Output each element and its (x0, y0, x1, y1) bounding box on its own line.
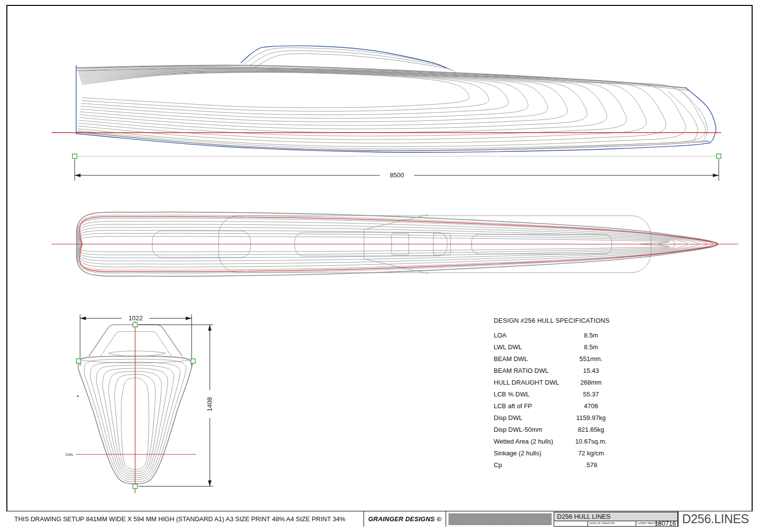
specs-title: DESIGN #256 HULL SPECIFICATIONS (494, 317, 614, 324)
spec-value: .578 (571, 461, 611, 469)
spec-label: Wetted Area (2 hulls) (494, 438, 571, 445)
spec-label: Sinkage (2 hulls) (494, 449, 571, 457)
spec-label: BEAM RATIO DWL (494, 367, 571, 374)
selection-handle[interactable] (717, 154, 721, 159)
spec-value: 8.5m (571, 332, 611, 339)
divider (446, 511, 446, 527)
dimensions-overlay: 850010221408 (0, 0, 759, 532)
spec-value: 821.65kg (571, 426, 611, 433)
dimension-beam: 1022 (129, 314, 143, 322)
title-bar: THIS DRAWING SETUP 841MM WIDE X 594 MM H… (6, 511, 753, 528)
spec-row: Disp DWL1159.97kg (494, 412, 614, 423)
dimension-arrow (713, 174, 719, 177)
spec-row: BEAM DWL551mm. (494, 353, 614, 364)
title-block: D256 HULL LINES DATE OF CREATION LATEST … (554, 512, 678, 527)
title-block-subrow: DATE OF CREATION LATEST REVISION 180716 (554, 521, 677, 527)
selection-handle[interactable] (73, 154, 77, 159)
spec-value: 1159.97kg (571, 414, 611, 421)
spec-row: Disp DWL-50mm821.65kg (494, 423, 614, 435)
dimension-loa: 8500 (390, 171, 404, 179)
spec-row: LWL DWL8.5m (494, 341, 614, 353)
spec-row: Wetted Area (2 hulls)10.67sq.m. (494, 435, 614, 447)
title-block-empty-cell (554, 521, 588, 527)
latest-revision-cell: LATEST REVISION 180716 (636, 521, 677, 527)
spec-row: LCB aft of FP4706 (494, 400, 614, 412)
spec-value: 55.37 (571, 391, 611, 398)
spec-label: Disp DWL (494, 414, 571, 421)
dimension-arrow (80, 317, 86, 320)
dimension-arrow (208, 325, 212, 331)
spec-value: 15.43 (571, 367, 611, 374)
spec-label: HULL DRAUGHT DWL (494, 379, 571, 386)
selection-handle[interactable] (191, 359, 196, 364)
dimension-arrow (75, 174, 81, 177)
spec-row: LOA8.5m (494, 329, 614, 341)
file-name: D256.LINES (678, 511, 753, 527)
spec-row: Cp.578 (494, 459, 614, 471)
specifications-table: DESIGN #256 HULL SPECIFICATIONS LOA8.5m … (494, 317, 614, 471)
spec-value: 4706 (571, 402, 611, 410)
spec-label: Disp DWL-50mm (494, 426, 571, 433)
selection-handle[interactable] (133, 484, 138, 489)
spec-value: 10.67sq.m. (571, 438, 611, 445)
spec-label: LCB aft of FP (494, 402, 571, 410)
dimension-arrow (208, 480, 212, 486)
spec-label: Cp (494, 461, 571, 469)
drawing-sheet: DWL 850010221408 DESIGN #256 HULL SPECIF… (0, 0, 759, 532)
spec-row: BEAM RATIO DWL15.43 (494, 364, 614, 376)
designer-credit: GRAINGER DESIGNS © (364, 511, 446, 527)
revision-date: 180716 (655, 520, 676, 527)
dimension-height: 1408 (206, 397, 213, 412)
spec-label: LCB % DWL (494, 391, 571, 398)
spec-value: 268mm (571, 379, 611, 386)
spec-value: 8.5m (571, 343, 611, 351)
dimension-arrow (186, 317, 192, 320)
selection-handle[interactable] (133, 323, 138, 327)
date-of-creation-label: DATE OF CREATION (588, 521, 636, 527)
spec-label: LWL DWL (494, 343, 571, 351)
drawing-setup-note: THIS DRAWING SETUP 841MM WIDE X 594 MM H… (14, 511, 345, 527)
spec-row: LCB % DWL55.37 (494, 388, 614, 400)
spec-row: HULL DRAUGHT DWL268mm (494, 376, 614, 388)
spec-label: LOA (494, 332, 571, 339)
spec-row: Sinkage (2 hulls)72 kg/cm (494, 447, 614, 459)
hatched-logo-block (449, 513, 552, 525)
spec-label: BEAM DWL (494, 355, 571, 363)
selection-handle[interactable] (77, 359, 81, 364)
spec-value: 551mm. (571, 355, 611, 363)
spec-value: 72 kg/cm (571, 449, 611, 457)
